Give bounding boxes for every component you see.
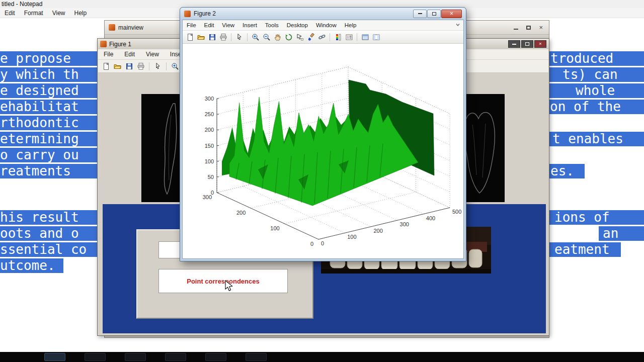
surface-plot[interactable]: 0501001502002503000100200300010020030040… [183,44,464,260]
zoom-in-icon [252,33,260,41]
axis-tick-label: 250 [205,111,214,117]
point-correspondences-button[interactable]: Point correspondences [158,269,288,293]
print-figure-button[interactable] [218,32,228,42]
print-figure-button[interactable] [136,61,145,71]
selected-text-fragment: reatments [0,164,97,178]
grid-line [217,82,348,114]
zoom-in-button[interactable] [251,32,260,42]
menu-item-desktop[interactable]: Desktop [283,21,312,29]
menu-item-view[interactable]: View [48,9,70,18]
selected-text-fragment: troduced [549,51,644,66]
menu-item-file[interactable]: File [98,50,119,59]
selected-text-fragment: eatment [549,242,621,257]
minimize-button[interactable] [514,24,518,31]
close-button[interactable]: × [441,10,462,18]
minimize-button[interactable] [413,10,427,18]
axis-tick-label: 200 [205,127,214,133]
plot-area[interactable]: 0501001502002503000100200300010020030040… [183,44,463,258]
maximize-button[interactable] [521,40,533,48]
menu-item-edit[interactable]: Edit [119,50,140,59]
edit-plot-icon [154,62,162,70]
rotate-3d-button[interactable] [284,32,293,42]
minimize-icon [512,44,516,45]
window-title: titled - Notepad [2,1,42,8]
desktop: { "icons": { "close_glyph": "×" }, "note… [0,0,644,362]
close-button[interactable]: × [534,40,546,48]
menu-item-window[interactable]: Window [312,21,341,29]
link-plot-button[interactable] [317,32,327,42]
chevron-down-icon[interactable] [455,22,463,28]
show-plot-tools-button[interactable] [371,32,381,42]
figure2-toolbar [183,31,463,44]
grid-line [217,67,348,99]
axis-tick-label: 150 [205,143,214,149]
menu-item-tools[interactable]: Tools [261,21,283,29]
menu-item-help[interactable]: Help [70,9,92,18]
taskbar-button[interactable] [165,353,186,361]
insert-legend-button[interactable] [344,32,354,42]
hide-plot-tools-button[interactable] [360,32,370,42]
menu-item-view[interactable]: View [140,50,165,59]
window-title: mainview [118,24,143,31]
insert-colorbar-button[interactable] [333,32,343,42]
insert-legend-icon [345,33,353,41]
selected-text-fragment: an [599,226,644,241]
taskbar-button[interactable] [246,353,267,361]
open-file-button[interactable] [196,32,206,42]
maximize-icon [526,26,531,30]
selected-text-fragment: ts) can [549,67,644,82]
edit-plot-button[interactable] [153,61,163,71]
brush-icon [307,33,315,41]
maximize-button[interactable] [427,10,441,18]
axis-tick-label: 400 [426,215,435,221]
zoom-in-button[interactable] [170,61,180,71]
selected-text-fragment: e designed [0,83,97,98]
open-file-icon [197,33,205,41]
save-figure-icon [125,62,133,70]
taskbar-button[interactable] [85,353,106,361]
close-button[interactable]: × [539,24,543,31]
data-cursor-button[interactable] [295,32,304,42]
new-figure-button[interactable] [101,61,111,71]
menu-item-edit[interactable]: Edit [0,9,20,18]
minimize-icon [514,29,518,30]
rotate-3d-icon [285,33,293,41]
axis-tick-label: 100 [205,158,214,164]
selected-text-fragment: etermining [0,132,97,146]
taskbar-button[interactable] [44,353,65,361]
link-plot-icon [318,33,326,41]
new-figure-button[interactable] [185,32,195,42]
axis-line [318,208,450,239]
taskbar-button[interactable] [125,353,146,361]
axis-tick-label: 0 [310,241,313,247]
axis-tick-label: 300 [203,194,212,200]
matlab-icon [109,24,115,31]
open-file-button[interactable] [113,61,122,71]
menu-item-help[interactable]: Help [341,21,361,29]
minimize-button[interactable] [508,40,520,48]
edit-plot-button[interactable] [234,32,244,42]
figure2-titlebar[interactable]: Figure 2 × [180,8,466,20]
menu-item-format[interactable]: Format [20,9,48,18]
menu-item-insert[interactable]: Insert [238,21,261,29]
toolbar-separator [149,62,149,70]
menu-item-view[interactable]: View [218,21,238,29]
selected-text-fragment: rthodontic [0,116,97,130]
menu-item-edit[interactable]: Edit [200,21,218,29]
selected-text-fragment: his result [0,210,97,225]
toolbar-separator [357,33,357,41]
maximize-button[interactable] [526,24,531,31]
selected-text-fragment: e propose [0,51,97,66]
selected-text-fragment: t enables [549,132,644,146]
pan-button[interactable] [273,32,282,42]
menu-item-file[interactable]: File [183,21,200,29]
axis-tick-label: 0 [321,240,324,246]
save-figure-button[interactable] [124,61,134,71]
window-title: Figure 1 [109,41,131,48]
axis-tick-label: 200 [373,228,382,234]
save-figure-button[interactable] [207,32,217,42]
taskbar-button[interactable] [205,353,226,361]
zoom-out-button[interactable] [262,32,271,42]
axis-tick-label: 200 [236,210,246,216]
brush-button[interactable] [306,32,315,42]
